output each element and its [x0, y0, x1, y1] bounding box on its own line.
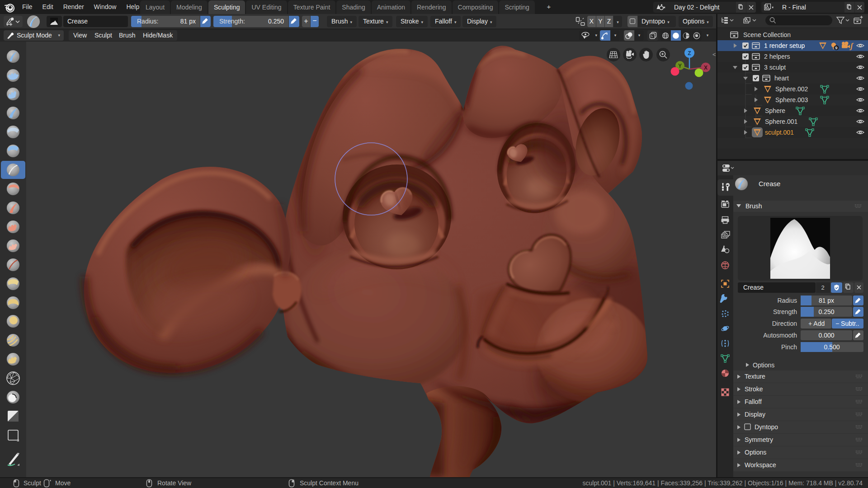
svg-text:Workspace: Workspace: [745, 461, 776, 469]
svg-text:Symmetry: Symmetry: [745, 436, 773, 443]
svg-text:9: 9: [835, 45, 837, 50]
svg-text:0.250: 0.250: [818, 308, 834, 315]
svg-text:Falloff: Falloff: [745, 398, 762, 405]
svg-text:Rotate View: Rotate View: [157, 479, 192, 487]
svg-text:Dyntopo: Dyntopo: [755, 423, 778, 431]
svg-text:Radius: Radius: [777, 297, 797, 304]
svg-text:2: 2: [821, 284, 824, 291]
svg-text:0.500: 0.500: [824, 343, 840, 351]
svg-text:1 render setup: 1 render setup: [764, 42, 805, 49]
svg-text:3 sculpt: 3 sculpt: [764, 64, 786, 71]
svg-text:Pinch: Pinch: [781, 343, 797, 351]
svg-text:Display: Display: [745, 411, 765, 418]
svg-text:Options: Options: [745, 449, 766, 456]
svg-text:0.000: 0.000: [818, 332, 834, 339]
svg-text:Crease: Crease: [743, 284, 764, 291]
svg-text:Y: Y: [678, 63, 682, 69]
svg-text:X: X: [704, 65, 708, 71]
svg-text:Move: Move: [55, 479, 71, 487]
svg-text:sculpt.001: sculpt.001: [765, 129, 794, 136]
svg-text:Direction: Direction: [772, 320, 797, 327]
svg-text:Texture: Texture: [745, 373, 765, 380]
svg-text:Z: Z: [688, 50, 691, 56]
svg-text:Stroke: Stroke: [745, 385, 763, 393]
svg-text:sculpt.001 | Verts:169,641 | F: sculpt.001 | Verts:169,641 | Faces:339,2…: [582, 479, 863, 487]
svg-text:Scene Collection: Scene Collection: [743, 31, 791, 38]
svg-text:Sculpt Context Menu: Sculpt Context Menu: [300, 479, 359, 487]
svg-text:heart: heart: [774, 75, 789, 82]
svg-text:Sphere.002: Sphere.002: [775, 85, 808, 93]
svg-text:Sphere.003: Sphere.003: [775, 96, 808, 103]
svg-text:Sculpt: Sculpt: [24, 479, 41, 487]
svg-text:Strength: Strength: [773, 308, 797, 315]
svg-text:Brush: Brush: [745, 202, 762, 210]
svg-text:81 px: 81 px: [819, 297, 834, 304]
svg-text:Crease: Crease: [759, 180, 780, 188]
svg-text:2 helpers: 2 helpers: [764, 53, 790, 60]
svg-text:Autosmooth: Autosmooth: [763, 332, 797, 339]
svg-text:Sphere: Sphere: [765, 107, 785, 114]
svg-text:− Subtr..: − Subtr..: [835, 320, 859, 327]
svg-text:Sphere.001: Sphere.001: [765, 118, 798, 125]
svg-text:<: <: [712, 51, 716, 58]
svg-text:+ Add: + Add: [808, 320, 825, 327]
svg-text:Options: Options: [753, 361, 774, 369]
